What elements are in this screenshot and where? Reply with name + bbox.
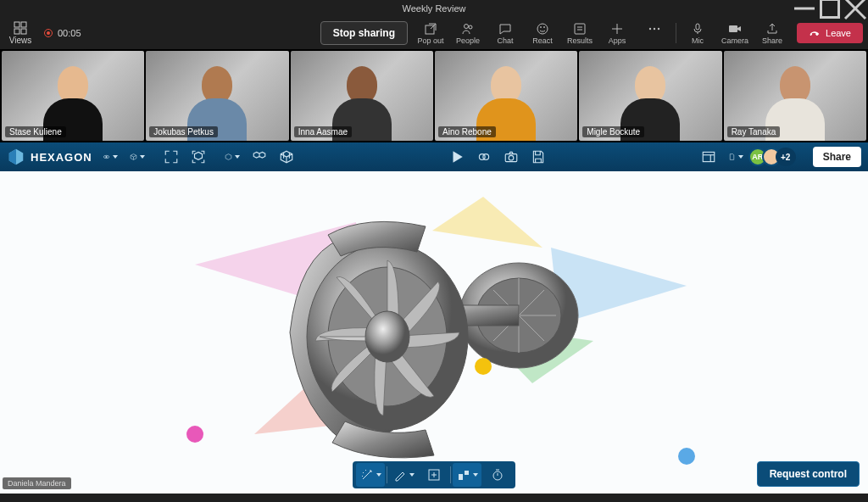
participant-name: Migle Bockute — [582, 126, 644, 137]
apps-button[interactable]: Apps — [599, 20, 635, 47]
popout-button[interactable]: Pop out — [413, 20, 448, 47]
save-icon[interactable] — [531, 149, 546, 165]
results-button[interactable]: Results — [562, 20, 598, 47]
target-cube-icon[interactable] — [191, 149, 206, 165]
annotation-node-pink[interactable] — [186, 426, 203, 443]
link-icon[interactable] — [476, 149, 492, 165]
collaborator-avatars[interactable]: AR +2 — [754, 148, 796, 166]
cube-tool-dropdown[interactable] — [225, 149, 240, 165]
svg-rect-30 — [703, 152, 715, 161]
svg-rect-6 — [14, 29, 19, 34]
fullscreen-icon[interactable] — [164, 149, 179, 165]
hexagon-icon — [7, 148, 25, 166]
annotation-toolbar — [353, 461, 515, 488]
svg-point-13 — [544, 26, 545, 27]
chat-button[interactable]: Chat — [487, 20, 523, 47]
mic-button[interactable]: Mic — [680, 20, 715, 47]
turbine-model — [248, 205, 620, 460]
participant-name: Stase Kuliene — [5, 126, 66, 137]
svg-rect-1 — [821, 0, 839, 18]
participant-name: Jokubas Petkus — [149, 126, 218, 137]
video-tile[interactable]: Stase Kuliene — [2, 51, 144, 141]
shared-canvas[interactable]: Daniela Mandera Request control — [0, 171, 868, 494]
recording-indicator: 00:05 — [44, 28, 81, 38]
more-button[interactable] — [637, 20, 672, 47]
hangup-icon — [809, 27, 821, 39]
camera-button[interactable]: Camera — [717, 20, 753, 47]
play-icon[interactable] — [449, 149, 465, 165]
magic-tool-button[interactable] — [356, 463, 385, 487]
svg-point-21 — [658, 27, 659, 29]
add-note-button[interactable] — [420, 463, 448, 487]
participant-name: Aino Rebone — [438, 126, 496, 137]
views-button[interactable]: Views — [5, 21, 36, 45]
annotation-node-yellow[interactable] — [475, 358, 492, 375]
presenter-label: Daniela Mandera — [3, 477, 71, 489]
svg-rect-4 — [14, 22, 19, 27]
shapes-tool-button[interactable] — [453, 463, 481, 487]
toolbar-divider — [676, 23, 676, 43]
participant-video-row: Stase Kuliene Jokubas Petkus Inna Aasmae… — [0, 49, 868, 142]
stop-sharing-button[interactable]: Stop sharing — [320, 21, 408, 45]
cubes-icon[interactable] — [252, 149, 267, 165]
window-minimize-button[interactable] — [792, 0, 817, 17]
window-close-button[interactable] — [843, 0, 868, 17]
leave-button[interactable]: Leave — [797, 23, 863, 43]
svg-point-12 — [541, 26, 542, 27]
hexagon-logo[interactable]: HEXAGON — [7, 148, 92, 166]
window-title: Weekly Review — [403, 3, 466, 14]
svg-rect-51 — [459, 474, 463, 480]
video-tile[interactable]: Aino Rebone — [435, 51, 577, 141]
react-button[interactable]: React — [525, 20, 560, 47]
orbit-dropdown[interactable] — [103, 149, 118, 165]
hexagon-share-button[interactable]: Share — [813, 147, 861, 167]
avatar-overflow: +2 — [776, 148, 796, 166]
share-button[interactable]: Share — [754, 20, 790, 47]
people-button[interactable]: People — [450, 20, 486, 47]
record-icon — [44, 29, 53, 37]
svg-point-20 — [654, 27, 655, 29]
svg-rect-23 — [729, 25, 737, 32]
svg-point-10 — [469, 25, 472, 29]
window-titlebar: Weekly Review — [0, 0, 868, 17]
meeting-timer: 00:05 — [58, 28, 81, 38]
cube-dropdown[interactable] — [130, 149, 145, 165]
video-tile[interactable]: Inna Aasmae — [291, 51, 433, 141]
participant-name: Inna Aasmae — [294, 126, 352, 137]
meeting-toolbar: Views 00:05 Stop sharing Pop out People … — [0, 17, 868, 49]
video-tile[interactable]: Ray Tanaka — [724, 51, 866, 141]
svg-rect-52 — [465, 471, 469, 475]
video-tile[interactable]: Migle Bockute — [579, 51, 721, 141]
svg-point-19 — [649, 27, 651, 29]
pen-tool-button[interactable] — [389, 463, 418, 487]
svg-rect-5 — [21, 22, 26, 27]
camera-icon[interactable] — [504, 149, 519, 165]
leave-label: Leave — [826, 28, 851, 38]
svg-rect-14 — [575, 24, 585, 34]
video-tile[interactable]: Jokubas Petkus — [146, 51, 288, 141]
cube-grid-icon[interactable] — [279, 149, 294, 165]
request-control-button[interactable]: Request control — [757, 461, 860, 487]
svg-point-11 — [537, 24, 548, 34]
svg-point-47 — [365, 311, 409, 362]
svg-rect-22 — [696, 24, 699, 30]
window-maximize-button[interactable] — [817, 0, 843, 17]
svg-point-27 — [483, 154, 489, 160]
participant-name: Ray Tanaka — [727, 126, 781, 137]
document-dropdown[interactable] — [728, 149, 743, 165]
timer-button[interactable] — [483, 463, 512, 487]
panel-icon[interactable] — [701, 149, 716, 165]
svg-rect-7 — [21, 29, 26, 34]
svg-point-9 — [465, 24, 469, 28]
svg-point-29 — [509, 155, 514, 160]
svg-point-25 — [105, 156, 107, 158]
hexagon-toolbar: HEXAGON AR +2 Share — [0, 142, 868, 171]
views-label: Views — [9, 36, 32, 45]
annotation-node-blue[interactable] — [678, 448, 695, 465]
